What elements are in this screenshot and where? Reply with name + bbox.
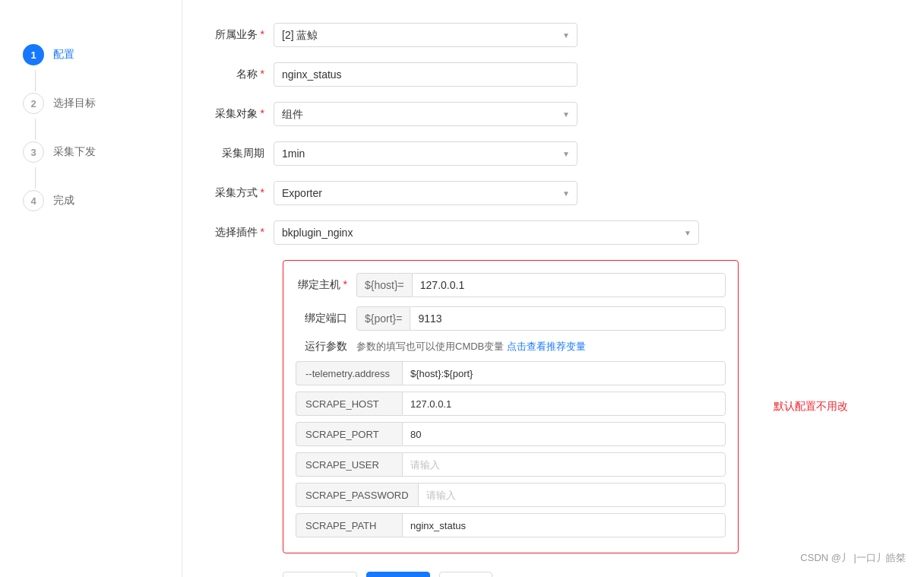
param-value-4[interactable] (418, 483, 726, 507)
step-label-1: 配置 (53, 48, 74, 62)
name-control (274, 62, 578, 87)
business-select[interactable]: [1] 测试[2] 蓝鲸[3] 项目 (274, 23, 578, 47)
param-key-4: SCRAPE_PASSWORD (296, 483, 418, 507)
bind-host-input[interactable] (412, 273, 726, 297)
name-row: 名称 (213, 62, 878, 87)
param-row: --telemetry.address (296, 361, 726, 385)
param-row: SCRAPE_HOST (296, 392, 726, 416)
param-row: SCRAPE_PASSWORD (296, 483, 726, 507)
method-select[interactable]: ExporterScriptBK-Pull (274, 181, 578, 205)
step-label-4: 完成 (53, 194, 74, 208)
run-params-header: 运行参数 参数的填写也可以使用CMDB变量 点击查看推荐变量 (296, 340, 726, 353)
param-row: SCRAPE_USER (296, 452, 726, 477)
param-value-2[interactable] (402, 422, 726, 446)
bind-port-input[interactable] (410, 306, 726, 331)
period-select[interactable]: 1min5min10min (274, 141, 578, 166)
bind-port-prefix: ${port}= (356, 306, 410, 331)
sidebar-step-4[interactable]: 4 完成 (0, 176, 182, 225)
step-circle-4: 4 (23, 190, 44, 211)
step-circle-2: 2 (23, 93, 44, 114)
period-row: 采集周期 1min5min10min ▼ (213, 141, 878, 166)
annotation: 默认配置不用改 (774, 400, 848, 414)
target-control: 主机组件 ▼ (274, 102, 578, 126)
preview-button[interactable]: 指标预览 (283, 572, 357, 577)
plugin-section: 绑定主机 ${host}= 绑定端口 ${port}= (283, 260, 739, 553)
main-content: 所属业务 [1] 测试[2] 蓝鲸[3] 项目 ▼ 名称 采集对象 (182, 0, 924, 577)
bind-port-label: 绑定端口 (296, 312, 356, 325)
sidebar-step-3[interactable]: 3 采集下发 (0, 128, 182, 176)
param-value-0[interactable] (402, 361, 726, 385)
plugin-label: 选择插件 (213, 220, 274, 239)
target-select[interactable]: 主机组件 (274, 102, 578, 126)
period-label: 采集周期 (213, 141, 274, 160)
bind-port-row: 绑定端口 ${port}= (296, 306, 726, 331)
business-control: [1] 测试[2] 蓝鲸[3] 项目 ▼ (274, 23, 578, 47)
plugin-control: bkplugin_nginxbkplugin_redis ▼ (274, 220, 699, 245)
step-circle-1: 1 (23, 44, 44, 65)
method-control: ExporterScriptBK-Pull ▼ (274, 181, 578, 205)
bind-port-input-group: ${port}= (356, 306, 726, 331)
param-key-5: SCRAPE_PATH (296, 513, 402, 537)
business-label: 所属业务 (213, 23, 274, 42)
run-params-row: 运行参数 参数的填写也可以使用CMDB变量 点击查看推荐变量 --telemet… (296, 340, 726, 537)
target-label: 采集对象 (213, 102, 274, 121)
step-label-3: 采集下发 (53, 145, 96, 159)
run-params-label: 运行参数 (296, 340, 356, 353)
plugin-row: 选择插件 bkplugin_nginxbkplugin_redis ▼ (213, 220, 878, 245)
sidebar-step-2[interactable]: 2 选择目标 (0, 79, 182, 128)
param-value-5[interactable] (402, 513, 726, 537)
period-control: 1min5min10min ▼ (274, 141, 578, 166)
step-circle-3: 3 (23, 141, 44, 163)
sidebar-step-1[interactable]: 1 配置 (0, 30, 182, 79)
footer-buttons: 指标预览 下一步 取消 (283, 572, 878, 577)
name-input[interactable] (274, 62, 578, 87)
method-label: 采集方式 (213, 181, 274, 200)
bind-host-prefix: ${host}= (356, 273, 412, 297)
plugin-select[interactable]: bkplugin_nginxbkplugin_redis (274, 220, 699, 245)
run-params-hint: 参数的填写也可以使用CMDB变量 (356, 340, 504, 353)
run-params-link[interactable]: 点击查看推荐变量 (507, 340, 586, 353)
business-row: 所属业务 [1] 测试[2] 蓝鲸[3] 项目 ▼ (213, 23, 878, 47)
param-key-3: SCRAPE_USER (296, 452, 402, 477)
cancel-button[interactable]: 取消 (439, 572, 492, 577)
name-label: 名称 (213, 62, 274, 81)
next-button[interactable]: 下一步 (366, 572, 430, 577)
sidebar: 1 配置 2 选择目标 3 采集下发 4 完成 (0, 0, 182, 577)
param-value-1[interactable] (402, 392, 726, 416)
method-row: 采集方式 ExporterScriptBK-Pull ▼ (213, 181, 878, 205)
param-key-2: SCRAPE_PORT (296, 422, 402, 446)
plugin-section-wrapper: 绑定主机 ${host}= 绑定端口 ${port}= (213, 260, 878, 553)
step-label-2: 选择目标 (53, 97, 96, 110)
bind-host-label: 绑定主机 (296, 278, 356, 292)
target-row: 采集对象 主机组件 ▼ (213, 102, 878, 126)
attribution: CSDN @丿 |一口丿皓桀 (800, 551, 906, 565)
param-value-3[interactable] (402, 452, 726, 477)
bind-host-row: 绑定主机 ${host}= (296, 273, 726, 297)
param-key-0: --telemetry.address (296, 361, 402, 385)
bind-host-input-group: ${host}= (356, 273, 726, 297)
param-row: SCRAPE_PORT (296, 422, 726, 446)
param-key-1: SCRAPE_HOST (296, 392, 402, 416)
param-row: SCRAPE_PATH (296, 513, 726, 537)
param-table: --telemetry.address SCRAPE_HOST SCRAPE_P… (296, 361, 726, 537)
